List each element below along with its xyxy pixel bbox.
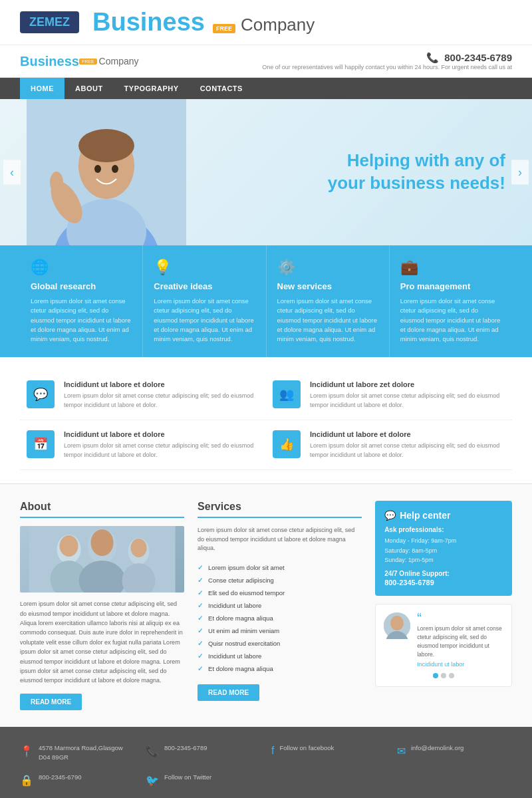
location-icon: 📍 — [20, 745, 33, 757]
svg-point-6 — [50, 172, 63, 193]
testimonial-text: Lorem ipsum dolor sit amet conse ctetur … — [417, 624, 503, 658]
feature-pro-management: 💼 Pro management Lorem ipsum dolor sit a… — [390, 245, 512, 357]
list-item: Conse ctetur adipiscing — [198, 574, 362, 587]
main-nav: HOME ABOUT TYPOGRAPHY CONTACTS — [0, 78, 532, 99]
footer-facebook-item[interactable]: f Follow on facebook — [271, 743, 386, 763]
svg-point-8 — [112, 165, 118, 173]
header-free-badge: FREE — [79, 59, 97, 65]
service-text-1: Lorem ipsum dolor sit amet conse ctetur … — [64, 392, 259, 410]
testimonial-card: “ Lorem ipsum dolor sit amet conse ctetu… — [375, 604, 512, 687]
service-content-4: Incididunt ut labore et dolore Lorem ips… — [310, 430, 505, 460]
service-content-1: Incididunt ut labore et dolore Lorem ips… — [64, 380, 259, 410]
service-content-3: Incididunt ut labore et dolore Lorem ips… — [64, 430, 259, 460]
main-content-section: About Lorem ipsum dolor sit amet conse c… — [0, 484, 532, 727]
header-contact: 📞 800-2345-6789 One of our representativ… — [262, 52, 512, 70]
bulb-icon: 💡 — [154, 259, 255, 276]
service-title-4: Incididunt ut labore et dolore — [310, 430, 505, 438]
feature-text-2: Lorem ipsum dolor sit amet conse ctetur … — [154, 297, 255, 344]
list-item: Elit sed do eiusmod tempor — [198, 587, 362, 599]
team-icon: 👥 — [273, 380, 301, 408]
feature-title-2: Creative ideas — [154, 281, 255, 291]
chat-icon: 💬 — [27, 380, 55, 408]
about-image — [20, 526, 184, 593]
service-text-2: Lorem ipsum dolor sit amet conse ctetur … — [310, 392, 505, 410]
header-logo-text: Business — [20, 54, 79, 69]
feature-title-3: New services — [277, 281, 378, 291]
list-item: Lorem ipsum dolor sit amet — [198, 561, 362, 574]
list-item: Et dolore magna aliqua — [198, 612, 362, 624]
feature-new-services: ⚙️ New services Lorem ipsum dolor sit am… — [267, 245, 390, 357]
hero-prev-button[interactable]: ‹ — [3, 160, 21, 185]
footer-email-item: ✉ info@demolink.org — [397, 743, 512, 763]
nav-about[interactable]: ABOUT — [65, 78, 114, 99]
service-title-1: Incididunt ut labore et dolore — [64, 380, 259, 388]
header-phone: 📞 800-2345-6789 — [262, 52, 512, 64]
testimonial-dots — [384, 673, 503, 678]
hero-next-button[interactable]: › — [511, 160, 529, 185]
footer-phone2-item: 🔒 800-2345-6790 — [20, 773, 135, 787]
brand-company: Company — [241, 15, 315, 35]
help-support-phone: 800-2345-6789 — [384, 579, 503, 587]
help-center-title: 💬 Help center — [384, 510, 503, 521]
svg-point-7 — [94, 165, 101, 173]
service-text-4: Lorem ipsum dolor sit amet conse ctetur … — [310, 442, 505, 460]
about-title: About — [20, 501, 184, 518]
feature-text-3: Lorem ipsum dolor sit amet conse ctetur … — [277, 297, 378, 344]
dot-2[interactable] — [441, 673, 446, 678]
nav-typography[interactable]: TYPOGRAPHY — [114, 78, 190, 99]
service-item-4: 👍 Incididunt ut labore et dolore Lorem i… — [266, 420, 512, 470]
features-section: 🌐 Global research Lorem ipsum dolor sit … — [0, 245, 532, 357]
header-logo: Business FREE Company — [20, 54, 139, 69]
brand-title: Business — [92, 8, 205, 37]
feature-global-research: 🌐 Global research Lorem ipsum dolor sit … — [20, 245, 143, 357]
svg-point-20 — [390, 616, 404, 630]
service-text-3: Lorem ipsum dolor sit amet conse ctetur … — [64, 442, 259, 460]
help-subtitle: Ask professionals: — [384, 526, 503, 533]
about-read-more-button[interactable]: READ MORE — [20, 694, 82, 710]
service-item-3: 📅 Incididunt ut labore et dolore Lorem i… — [20, 420, 266, 470]
about-column: About Lorem ipsum dolor sit amet conse c… — [20, 501, 198, 710]
facebook-icon: f — [271, 745, 274, 757]
footer-phone1: 800-2345-6789 — [164, 743, 207, 753]
briefcase-icon: 💼 — [400, 259, 501, 276]
dot-3[interactable] — [449, 673, 454, 678]
list-item: Quisr nostrud exercitation — [198, 637, 362, 650]
zemez-logo-text: ZEMEZ — [29, 15, 70, 29]
gear-icon: ⚙️ — [277, 259, 378, 276]
footer-main: 📍 4578 Marmora Road,Glasgow D04 89GR 📞 8… — [0, 727, 532, 798]
service-item-2: 👥 Incididunt ut labore zet dolore Lorem … — [266, 370, 512, 420]
svg-point-16 — [60, 535, 78, 557]
header-company-text: Company — [99, 56, 139, 66]
dot-1[interactable] — [433, 673, 438, 678]
list-item: Et dolore magna aliqua — [198, 662, 362, 675]
feature-text-4: Lorem ipsum dolor sit amet conse ctetur … — [400, 297, 501, 344]
phone-icon: 📞 — [426, 52, 439, 63]
footer-grid: 📍 4578 Marmora Road,Glasgow D04 89GR 📞 8… — [20, 743, 512, 787]
zemez-logo[interactable]: ZEMEZ — [20, 11, 79, 33]
feature-text-1: Lorem ipsum dolor sit amet conse ctetur … — [31, 297, 132, 344]
help-support-title: 24/7 Online Support: — [384, 570, 503, 577]
list-item: Ut enim ad minim veniam — [198, 624, 362, 637]
footer-phone2: 800-2345-6790 — [39, 773, 81, 782]
footer-phone1-item: 📞 800-2345-6789 — [146, 743, 261, 763]
help-hours: Monday - Friday: 9am-7pmSaturday: 8am-5p… — [384, 536, 503, 565]
service-item-1: 💬 Incididunt ut labore et dolore Lorem i… — [20, 370, 266, 420]
list-item: Incididunt ut labore — [198, 599, 362, 612]
footer-address: 4578 Marmora Road,Glasgow D04 89GR — [39, 743, 135, 763]
globe-icon: 🌐 — [31, 259, 132, 276]
testimonial-link[interactable]: Incididunt ut labor — [417, 661, 503, 668]
footer-facebook: Follow on facebook — [279, 743, 334, 753]
about-text: Lorem ipsum dolor sit amet conse ctetur … — [20, 599, 184, 686]
services-read-more-button[interactable]: READ MORE — [198, 684, 259, 701]
site-header: Business FREE Company 📞 800-2345-6789 On… — [0, 45, 532, 78]
nav-home[interactable]: HOME — [20, 78, 65, 99]
help-center-card: 💬 Help center Ask professionals: Monday … — [375, 501, 512, 596]
testimonial-avatar — [384, 612, 410, 639]
thumbsup-icon: 👍 — [273, 430, 301, 458]
hero-section: ‹ Helping with any ofyour business needs… — [0, 99, 532, 245]
feature-creative-ideas: 💡 Creative ideas Lorem ipsum dolor sit a… — [143, 245, 266, 357]
footer-twitter-item[interactable]: 🐦 Follow on Twitter — [146, 773, 261, 787]
nav-contacts[interactable]: CONTACTS — [190, 78, 253, 99]
top-brand-bar: ZEMEZ Business FREE Company — [0, 0, 532, 45]
feature-title-1: Global research — [31, 281, 132, 291]
